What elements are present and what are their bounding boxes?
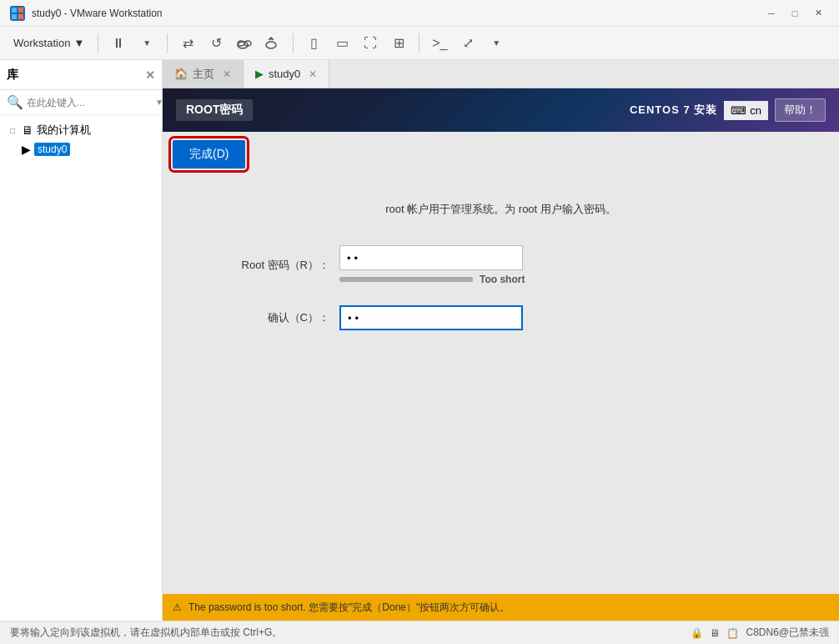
view4-button[interactable]: ⊞ <box>385 30 412 57</box>
warning-message: The password is too short. 您需要按"完成（Done）… <box>188 601 510 615</box>
installer-form: root 帐户用于管理系统。为 root 用户输入密码。 Root 密码（R）：… <box>163 132 839 594</box>
keyboard-icon: ⌨ <box>731 104 746 117</box>
done-button-area: 完成(D) <box>163 132 255 177</box>
vm-icon: ▶ <box>22 143 31 156</box>
sidebar-search[interactable]: 🔍 ▼ <box>0 90 162 115</box>
main-layout: 库 ✕ 🔍 ▼ □ 🖥 我的计算机 ▶ study0 🏠 主页 <box>0 60 839 621</box>
tab-home[interactable]: 🏠 主页 ✕ <box>163 60 244 88</box>
minimize-button[interactable]: ─ <box>761 5 782 22</box>
installer-title-badge: ROOT密码 <box>176 99 253 121</box>
svg-rect-3 <box>18 14 23 19</box>
lock-icon: 🔒 <box>691 627 703 639</box>
root-password-field-container: Too short <box>339 245 525 285</box>
confirm-password-input[interactable] <box>339 305 523 330</box>
resize-dropdown-button[interactable]: ▼ <box>483 30 510 57</box>
toolbar-group-4: >_ ⤢ ▼ <box>426 30 510 57</box>
workstation-menu[interactable]: Workstation ▼ <box>7 33 91 53</box>
root-password-input[interactable] <box>339 245 523 270</box>
view1-button[interactable]: ▯ <box>300 30 327 57</box>
refresh-button[interactable]: ↺ <box>203 30 229 57</box>
help-button[interactable]: 帮助！ <box>775 98 826 122</box>
menu-separator-1 <box>98 33 98 53</box>
send-ctrl-alt-del-button[interactable]: ⇄ <box>174 30 201 57</box>
sidebar: 库 ✕ 🔍 ▼ □ 🖥 我的计算机 ▶ study0 <box>0 60 163 621</box>
tab-bar: 🏠 主页 ✕ ▶ study0 ✕ <box>163 60 839 88</box>
root-password-row: Root 密码（R）： Too short <box>196 245 806 285</box>
home-icon: 🏠 <box>174 68 188 80</box>
toolbar-group-1: ⏸ ▼ <box>105 30 160 57</box>
installer-header: ROOT密码 CENTOS 7 安装 ⌨ cn 帮助！ <box>163 88 839 132</box>
maximize-button[interactable]: □ <box>784 5 806 22</box>
sidebar-tree: □ 🖥 我的计算机 ▶ study0 <box>0 115 162 621</box>
sidebar-header: 库 ✕ <box>0 60 162 90</box>
strength-text: Too short <box>480 274 525 285</box>
cloud2-button[interactable] <box>259 30 286 57</box>
confirm-password-field-container <box>339 305 523 330</box>
vm-tab-icon: ▶ <box>255 68 264 80</box>
tab-study0-label: study0 <box>269 68 300 80</box>
warning-bar: ⚠ The password is too short. 您需要按"完成（Don… <box>163 594 839 621</box>
terminal-button[interactable]: >_ <box>426 30 453 57</box>
strength-bar: Too short <box>339 274 525 285</box>
sidebar-title: 库 <box>7 68 18 83</box>
root-password-label: Root 密码（R）： <box>196 258 329 273</box>
my-computer-label: 我的计算机 <box>37 123 91 138</box>
menu-separator-4 <box>419 33 420 53</box>
close-button[interactable]: ✕ <box>807 5 829 22</box>
view2-button[interactable]: ▭ <box>329 30 355 57</box>
vm-screen[interactable]: ROOT密码 CENTOS 7 安装 ⌨ cn 帮助！ 完成(D) root <box>163 88 839 621</box>
status-message: 要将输入定向到该虚拟机，请在虚拟机内部单击或按 Ctrl+G。 <box>10 626 282 640</box>
svg-rect-0 <box>12 8 17 13</box>
vm-label-study0: study0 <box>34 143 70 156</box>
monitor-icon: 🖥 <box>710 627 720 639</box>
pause-button[interactable]: ⏸ <box>105 30 132 57</box>
status-bar: 要将输入定向到该虚拟机，请在虚拟机内部单击或按 Ctrl+G。 🔒 🖥 📋 C8… <box>0 621 839 644</box>
lang-selector[interactable]: ⌨ cn <box>724 101 768 120</box>
search-input[interactable] <box>27 97 152 108</box>
search-icon: 🔍 <box>7 94 23 110</box>
computer-icon: 🖥 <box>22 123 33 137</box>
installer-right-controls: CENTOS 7 安装 ⌨ cn 帮助！ <box>630 98 826 122</box>
expander-icon: □ <box>7 124 18 136</box>
svg-point-7 <box>266 42 276 48</box>
clipboard-icon: 📋 <box>726 627 739 639</box>
centos-label: CENTOS 7 安装 <box>630 103 717 118</box>
window-controls: ─ □ ✕ <box>761 5 829 22</box>
tab-home-close-icon[interactable]: ✕ <box>223 68 231 80</box>
svg-rect-2 <box>12 14 17 19</box>
installer-title-section: ROOT密码 <box>176 99 253 121</box>
menu-bar: Workstation ▼ ⏸ ▼ ⇄ ↺ ▯ ▭ ⛶ ⊞ >_ ⤢ ▼ <box>0 27 839 60</box>
toolbar-group-3: ▯ ▭ ⛶ ⊞ <box>300 30 412 57</box>
tab-study0-close-icon[interactable]: ✕ <box>309 68 317 80</box>
pause-dropdown-button[interactable]: ▼ <box>133 30 160 57</box>
tree-node-study0[interactable]: ▶ study0 <box>0 140 162 158</box>
status-right: 🔒 🖥 📋 C8DN6@已禁未强 <box>691 626 829 640</box>
form-description: root 帐户用于管理系统。为 root 用户输入密码。 <box>196 202 806 217</box>
sidebar-close-icon[interactable]: ✕ <box>145 68 155 82</box>
svg-rect-1 <box>18 8 23 13</box>
warning-icon: ⚠ <box>173 601 182 613</box>
window-title: study0 - VMware Workstation <box>32 8 761 19</box>
title-bar: study0 - VMware Workstation ─ □ ✕ <box>0 0 839 27</box>
dropdown-arrow-icon: ▼ <box>73 37 84 49</box>
confirm-password-label: 确认（C）： <box>196 310 329 325</box>
status-user-info: C8DN6@已禁未强 <box>746 626 829 640</box>
content-area: 🏠 主页 ✕ ▶ study0 ✕ ROOT密码 CENTOS 7 安装 <box>163 60 839 621</box>
confirm-password-row: 确认（C）： <box>196 305 806 330</box>
toolbar-group-2: ⇄ ↺ <box>174 30 286 57</box>
tab-home-label: 主页 <box>193 67 214 82</box>
view3-button[interactable]: ⛶ <box>357 30 384 57</box>
tab-study0[interactable]: ▶ study0 ✕ <box>244 60 329 88</box>
tree-node-my-computer[interactable]: □ 🖥 我的计算机 <box>0 120 162 140</box>
cloud1-button[interactable] <box>231 30 258 57</box>
lang-label: cn <box>750 104 761 117</box>
app-icon <box>10 6 25 21</box>
menu-separator-3 <box>293 33 294 53</box>
menu-separator-2 <box>167 33 168 53</box>
done-button[interactable]: 完成(D) <box>173 140 245 169</box>
resize-button[interactable]: ⤢ <box>455 30 481 57</box>
strength-indicator <box>339 277 473 282</box>
